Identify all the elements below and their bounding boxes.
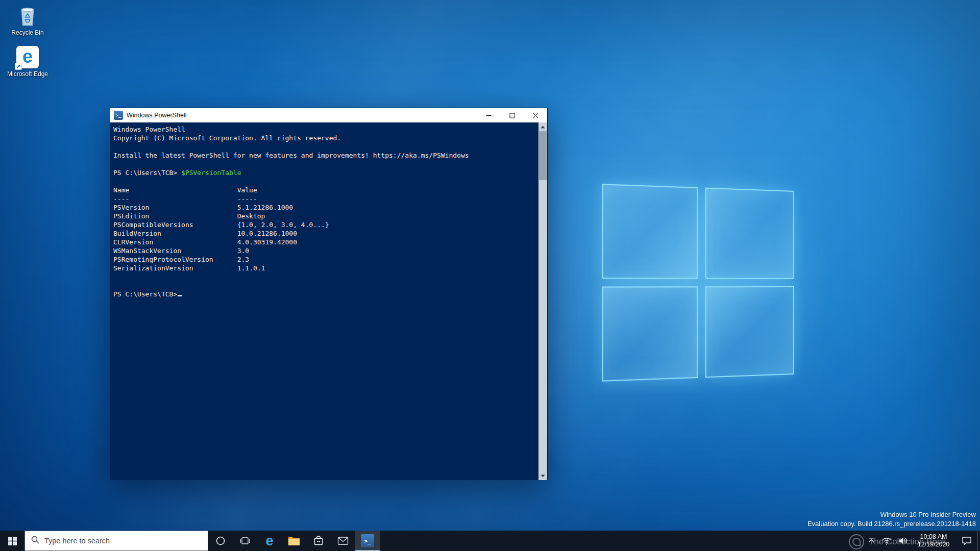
build-line-1: Windows 10 Pro Insider Preview xyxy=(807,510,976,519)
console-line xyxy=(113,142,537,151)
console-line: Name Value xyxy=(113,186,537,194)
search-icon xyxy=(31,536,39,546)
folder-icon xyxy=(288,536,300,546)
console-line xyxy=(113,281,537,290)
console-line: PSCompatibleVersions {1.0, 2.0, 3.0, 4.0… xyxy=(113,220,537,229)
cortana-button[interactable] xyxy=(208,531,233,551)
recycle-bin-icon xyxy=(16,4,39,28)
powershell-icon: >_ xyxy=(361,534,374,547)
console-line: CLRVersion 4.0.30319.42000 xyxy=(113,238,537,246)
taskbar-mail-icon[interactable] xyxy=(331,531,355,551)
recycle-bin-shortcut[interactable]: Recycle Bin xyxy=(5,4,50,36)
chevron-up-icon xyxy=(868,539,874,543)
window-title: Windows PowerShell xyxy=(127,112,186,119)
action-center-button[interactable] xyxy=(956,531,977,551)
system-tray: 10:08 AM 12/19/2020 xyxy=(864,531,980,551)
console-line: WSManStackVersion 3.0 xyxy=(113,246,537,255)
edge-e-glyph: e xyxy=(22,47,33,66)
console-prompt-line: PS C:\Users\TCB> xyxy=(113,290,537,298)
console-line: Copyright (C) Microsoft Corporation. All… xyxy=(113,134,537,142)
windows-logo-pane xyxy=(602,184,698,279)
wifi-icon xyxy=(881,537,892,545)
taskbar-file-explorer-icon[interactable] xyxy=(282,531,306,551)
typed-command: $PSVersionTable xyxy=(181,169,241,177)
console-line xyxy=(113,177,537,186)
start-button[interactable] xyxy=(0,531,24,551)
tray-time: 10:08 AM xyxy=(913,533,954,541)
microsoft-edge-label: Microsoft Edge xyxy=(7,70,48,78)
console-line: PSVersion 5.1.21286.1000 xyxy=(113,203,537,212)
maximize-button[interactable] xyxy=(500,108,524,122)
console-command-line: PS C:\Users\TCB> $PSVersionTable xyxy=(113,168,537,177)
taskbar: e >_ xyxy=(0,531,980,551)
powershell-window-icon: >_ xyxy=(114,111,123,120)
windows-logo-pane xyxy=(705,188,794,279)
close-button[interactable] xyxy=(524,108,547,122)
console-line: PSEdition Desktop xyxy=(113,212,537,220)
shortcut-arrow-icon xyxy=(15,63,22,70)
build-line-2: Evaluation copy. Build 21286.rs_prerelea… xyxy=(807,519,976,529)
titlebar[interactable]: >_ Windows PowerShell xyxy=(110,108,547,122)
taskbar-search[interactable] xyxy=(24,531,208,551)
console-line: PSRemotingProtocolVersion 2.3 xyxy=(113,255,537,264)
tray-date: 12/19/2020 xyxy=(913,541,954,548)
hidden-icons-button[interactable] xyxy=(864,531,878,551)
mail-envelope-icon xyxy=(337,536,349,545)
minimize-button[interactable] xyxy=(477,108,500,122)
tray-clock[interactable]: 10:08 AM 12/19/2020 xyxy=(911,533,956,548)
taskbar-edge-icon[interactable]: e xyxy=(257,531,282,551)
desktop-icon-area: Recycle Bin e Microsoft Edge xyxy=(5,4,50,78)
console-line: SerializationVersion 1.1.0.1 xyxy=(113,264,537,272)
console-line xyxy=(113,272,537,281)
scroll-up-icon[interactable] xyxy=(538,122,547,131)
window-controls xyxy=(477,108,547,122)
powershell-window: >_ Windows PowerShell Windows PowerShell… xyxy=(110,108,548,480)
action-center-icon xyxy=(962,536,972,545)
console[interactable]: Windows PowerShell Copyright (C) Microso… xyxy=(110,122,547,480)
console-scrollbar[interactable] xyxy=(538,122,547,480)
scroll-down-icon[interactable] xyxy=(538,471,547,480)
console-line: BuildVersion 10.0.21286.1000 xyxy=(113,229,537,238)
scrollbar-thumb[interactable] xyxy=(539,131,547,180)
prompt-text: PS C:\Users\TCB> xyxy=(113,290,177,298)
recycle-bin-label: Recycle Bin xyxy=(11,29,43,36)
task-view-button[interactable] xyxy=(233,531,257,551)
network-button[interactable] xyxy=(878,531,895,551)
show-desktop-button[interactable] xyxy=(977,531,980,551)
search-input[interactable] xyxy=(44,537,187,545)
screen: Recycle Bin e Microsoft Edge >_ Windows … xyxy=(0,0,980,551)
console-output: Windows PowerShell Copyright (C) Microso… xyxy=(113,125,537,298)
build-watermark: Windows 10 Pro Insider Preview Evaluatio… xyxy=(807,510,976,529)
console-line: Windows PowerShell xyxy=(113,125,537,134)
microsoft-edge-icon: e xyxy=(16,45,39,69)
windows-logo xyxy=(602,184,794,382)
windows-logo-pane xyxy=(705,286,794,378)
console-line: Install the latest PowerShell for new fe… xyxy=(113,151,537,160)
windows-logo-pane xyxy=(602,286,698,382)
taskbar-store-icon[interactable] xyxy=(306,531,331,551)
taskbar-powershell-icon[interactable]: >_ xyxy=(355,531,380,551)
prompt-text: PS C:\Users\TCB> xyxy=(113,169,181,177)
console-line xyxy=(113,160,537,168)
volume-button[interactable] xyxy=(895,531,911,551)
microsoft-edge-shortcut[interactable]: e Microsoft Edge xyxy=(5,45,50,78)
store-bag-icon xyxy=(313,535,324,546)
edge-icon: e xyxy=(265,534,273,548)
speaker-icon xyxy=(898,536,908,545)
text-cursor xyxy=(178,295,182,296)
console-line: ---- ----- xyxy=(113,194,537,203)
